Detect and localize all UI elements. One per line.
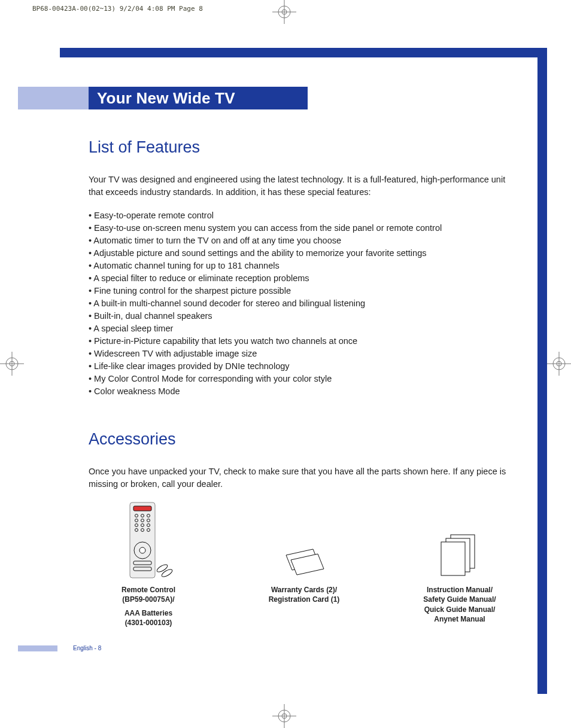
accessory-manuals: Instruction Manual/ Safety Guide Manual/… <box>400 507 520 628</box>
accessory-label: Warranty Cards (2)/ <box>244 585 364 595</box>
accessory-label: Anynet Manual <box>400 614 520 624</box>
title-accent-bar <box>18 87 89 109</box>
accessory-cards: Warranty Cards (2)/ Registration Card (1… <box>244 507 364 628</box>
list-item: Adjustable picture and sound settings an… <box>89 247 520 260</box>
accessory-label: Safety Guide Manual/ <box>400 595 520 604</box>
accessory-remote: Remote Control (BP59-00075A)/ AAA Batter… <box>89 507 208 628</box>
section-heading-features: List of Features <box>89 138 520 157</box>
list-item: Built-in, dual channel speakers <box>89 310 520 322</box>
svg-rect-16 <box>130 502 155 578</box>
registration-mark-icon <box>272 704 296 728</box>
list-item: A built-in multi-channel sound decoder f… <box>89 297 520 310</box>
list-item: Easy-to-operate remote control <box>89 209 520 222</box>
accessories-paragraph: Once you have unpacked your TV, check to… <box>89 465 520 491</box>
remote-control-icon <box>122 501 175 579</box>
svg-point-31 <box>139 547 145 553</box>
accessory-label: Registration Card (1) <box>244 595 364 604</box>
footer-accent-bar <box>18 645 57 651</box>
accessory-label: Remote Control <box>89 585 208 595</box>
features-list: Easy-to-operate remote controlEasy-to-us… <box>89 209 520 398</box>
print-header: BP68-00423A-00(02~13) 9/2/04 4:08 PM Pag… <box>32 5 203 13</box>
list-item: A special filter to reduce or eliminate … <box>89 272 520 285</box>
svg-rect-40 <box>441 542 465 575</box>
list-item: Picture-in-Picture capability that lets … <box>89 335 520 348</box>
frame-top <box>60 48 547 57</box>
page-title: Your New Wide TV <box>89 87 308 109</box>
frame-right <box>537 48 547 694</box>
accessory-label: (4301-000103) <box>89 618 208 628</box>
warranty-cards-icon <box>280 543 328 579</box>
accessory-label: Instruction Manual/ <box>400 585 520 595</box>
svg-rect-17 <box>133 506 151 511</box>
list-item: Color weakness Mode <box>89 385 520 398</box>
list-item: A special sleep timer <box>89 322 520 335</box>
accessory-label: (BP59-00075A)/ <box>89 595 208 604</box>
intro-paragraph: Your TV was designed and engineered usin… <box>89 173 520 199</box>
list-item: Automatic timer to turn the TV on and of… <box>89 234 520 247</box>
list-item: Automatic channel tuning for up to 181 c… <box>89 260 520 272</box>
list-item: Easy-to-use on-screen menu system you ca… <box>89 222 520 234</box>
list-item: Widescreen TV with adjustable image size <box>89 348 520 360</box>
accessory-label: AAA Batteries <box>89 608 208 618</box>
section-heading-accessories: Accessories <box>89 430 520 449</box>
manuals-icon <box>433 531 487 579</box>
registration-mark-icon <box>547 352 571 376</box>
list-item: My Color Control Mode for corresponding … <box>89 373 520 385</box>
list-item: Life-like clear images provided by DNIe … <box>89 360 520 373</box>
registration-mark-icon <box>272 0 296 24</box>
accessory-label: Quick Guide Manual/ <box>400 605 520 614</box>
page-number: English - 8 <box>73 645 101 651</box>
list-item: Fine tuning control for the sharpest pic… <box>89 285 520 297</box>
accessories-grid: Remote Control (BP59-00075A)/ AAA Batter… <box>89 507 520 628</box>
